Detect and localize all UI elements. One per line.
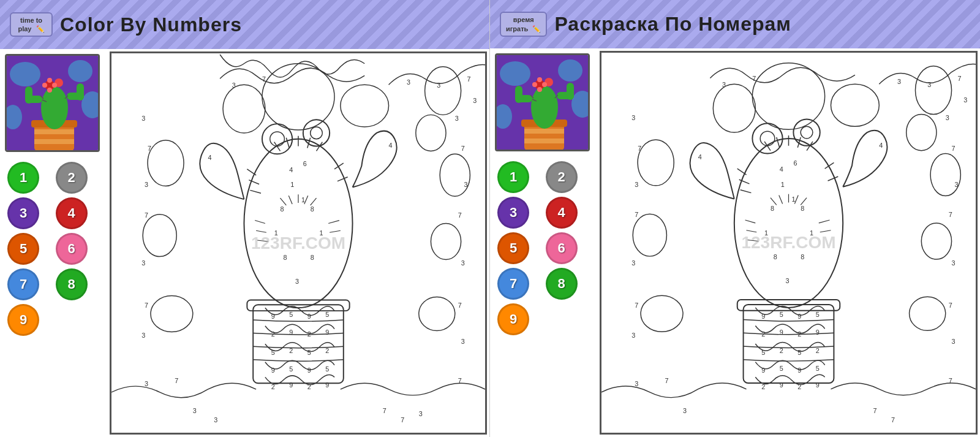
svg-point-9 <box>41 86 68 129</box>
svg-text:3: 3 <box>193 407 197 414</box>
svg-text:9: 9 <box>780 329 783 336</box>
svg-text:7: 7 <box>752 75 756 82</box>
svg-text:3: 3 <box>631 259 635 267</box>
right-color-3[interactable]: 3 <box>497 197 529 229</box>
svg-text:5: 5 <box>289 365 293 373</box>
svg-text:8: 8 <box>801 205 804 212</box>
right-preview-image <box>495 53 590 151</box>
svg-text:9: 9 <box>325 381 329 389</box>
right-color-8[interactable]: 8 <box>546 268 578 300</box>
svg-text:7: 7 <box>148 145 151 153</box>
left-drawing-area[interactable]: 3 7 3 3 7 3 3 7 3 7 3 7 3 3 3 7 3 <box>110 51 487 435</box>
color-8[interactable]: 8 <box>56 268 88 300</box>
svg-text:7: 7 <box>635 211 638 218</box>
svg-text:8: 8 <box>801 253 804 260</box>
svg-text:7: 7 <box>952 145 956 152</box>
svg-text:2: 2 <box>307 331 311 338</box>
svg-text:7: 7 <box>949 211 952 218</box>
right-color-9[interactable]: 9 <box>497 303 529 335</box>
color-6[interactable]: 6 <box>56 233 88 265</box>
svg-text:3: 3 <box>683 407 687 414</box>
svg-text:2: 2 <box>780 347 783 354</box>
svg-text:5: 5 <box>289 311 293 318</box>
right-main-content: 1 2 3 4 5 6 7 8 9 <box>490 48 980 437</box>
svg-text:7: 7 <box>635 302 638 309</box>
right-color-1[interactable]: 1 <box>497 161 529 193</box>
brand-badge-right: время играть ✏️ <box>500 12 547 37</box>
svg-text:2: 2 <box>289 347 293 354</box>
color-4[interactable]: 4 <box>56 197 88 229</box>
left-main-content: 1 2 3 4 5 6 7 8 9 <box>0 49 489 437</box>
svg-text:2: 2 <box>761 383 765 390</box>
svg-text:9: 9 <box>325 329 329 336</box>
left-title: Color By Numbers <box>60 13 242 36</box>
svg-rect-146 <box>601 54 976 431</box>
svg-rect-129 <box>524 129 564 134</box>
svg-text:8: 8 <box>283 254 287 261</box>
svg-text:3: 3 <box>141 332 145 340</box>
right-color-5[interactable]: 5 <box>497 232 529 264</box>
svg-point-142 <box>537 77 542 82</box>
svg-text:3: 3 <box>419 410 423 417</box>
svg-text:2: 2 <box>325 347 329 354</box>
svg-point-19 <box>47 78 52 83</box>
svg-point-2 <box>68 60 92 82</box>
svg-text:9: 9 <box>816 329 820 336</box>
svg-text:5: 5 <box>780 311 783 318</box>
right-drawing-area[interactable]: 3 7 3 3 7 3 3 7 3 7 3 7 3 3 3 7 3 <box>600 51 978 435</box>
svg-text:3: 3 <box>141 115 145 122</box>
color-7[interactable]: 7 <box>7 268 39 300</box>
left-color-grid: 1 2 3 4 5 6 7 8 9 <box>5 159 102 338</box>
svg-point-125 <box>558 59 582 82</box>
svg-text:3: 3 <box>635 380 638 387</box>
svg-text:5: 5 <box>307 349 311 356</box>
right-color-4[interactable]: 4 <box>546 197 578 229</box>
svg-text:1: 1 <box>301 196 305 203</box>
right-color-2[interactable]: 2 <box>546 161 578 193</box>
svg-text:9: 9 <box>761 313 765 320</box>
svg-text:2: 2 <box>271 383 275 390</box>
svg-text:7: 7 <box>949 302 952 309</box>
svg-text:1: 1 <box>810 229 813 237</box>
svg-text:8: 8 <box>311 254 314 261</box>
right-color-7[interactable]: 7 <box>497 268 529 300</box>
svg-rect-6 <box>34 129 74 134</box>
svg-text:3: 3 <box>464 181 468 189</box>
svg-text:3: 3 <box>455 115 459 122</box>
svg-text:7: 7 <box>175 377 178 384</box>
svg-text:3: 3 <box>946 114 949 121</box>
right-color-6[interactable]: 6 <box>546 232 578 264</box>
svg-text:3: 3 <box>461 338 465 345</box>
svg-text:3: 3 <box>473 97 477 104</box>
svg-text:9: 9 <box>816 381 820 389</box>
right-half: время играть ✏️ Раскраска По Номерам <box>490 0 980 437</box>
color-1[interactable]: 1 <box>7 162 39 194</box>
svg-text:4: 4 <box>879 142 883 149</box>
color-3[interactable]: 3 <box>7 197 39 229</box>
svg-text:4: 4 <box>780 165 783 173</box>
svg-text:7: 7 <box>383 407 386 414</box>
svg-text:1: 1 <box>764 229 768 237</box>
svg-text:4: 4 <box>208 154 211 161</box>
svg-text:7: 7 <box>262 75 266 83</box>
svg-rect-23 <box>111 55 485 431</box>
right-header: время играть ✏️ Раскраска По Номерам <box>490 0 980 48</box>
color-2[interactable]: 2 <box>56 162 88 194</box>
svg-text:7: 7 <box>145 211 148 219</box>
color-5[interactable]: 5 <box>7 233 39 265</box>
svg-text:3: 3 <box>437 82 440 89</box>
svg-text:9: 9 <box>271 367 275 374</box>
svg-text:4: 4 <box>698 154 702 161</box>
svg-text:3: 3 <box>295 278 299 285</box>
color-9[interactable]: 9 <box>7 304 39 336</box>
svg-text:3: 3 <box>145 380 148 387</box>
svg-text:3: 3 <box>461 259 465 267</box>
svg-text:7: 7 <box>458 377 462 384</box>
left-half: time to play ✏️ Color By Numbers <box>0 0 490 437</box>
page-wrapper: time to play ✏️ Color By Numbers <box>0 0 980 437</box>
svg-text:3: 3 <box>952 338 956 345</box>
brand-line1-ru: время <box>513 16 534 23</box>
svg-text:3: 3 <box>786 278 790 285</box>
left-color-sidebar: 1 2 3 4 5 6 7 8 9 <box>0 49 107 437</box>
brand-line1: time to <box>20 17 42 24</box>
